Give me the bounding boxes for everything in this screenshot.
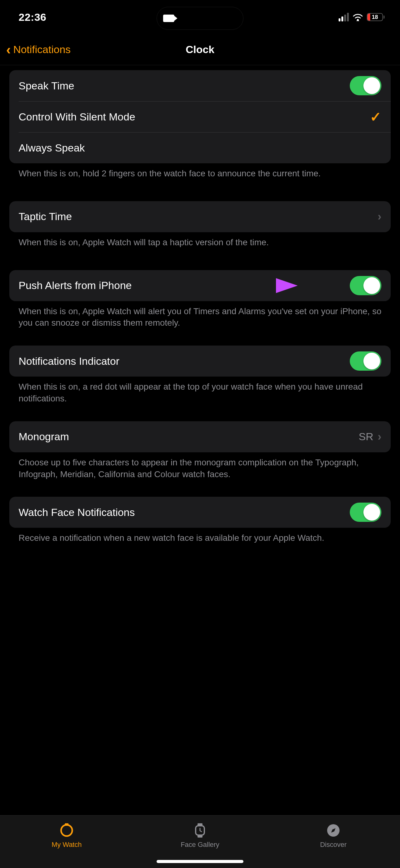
page-title: Clock	[186, 43, 214, 56]
tab-face-gallery-label: Face Gallery	[181, 841, 220, 849]
push-alerts-group: Push Alerts from iPhone	[9, 270, 391, 301]
chevron-right-icon: ›	[378, 210, 381, 223]
camera-icon	[163, 14, 174, 22]
taptic-time-group: Taptic Time ›	[9, 201, 391, 232]
control-silent-label: Control With Silent Mode	[19, 111, 370, 123]
battery-percent: 18	[372, 14, 378, 21]
cellular-signal-icon	[339, 13, 349, 22]
always-speak-row[interactable]: Always Speak	[9, 132, 391, 163]
svg-rect-2	[65, 823, 69, 826]
watch-face-notif-group: Watch Face Notifications	[9, 497, 391, 528]
push-alerts-row[interactable]: Push Alerts from iPhone	[9, 270, 391, 301]
push-alerts-footer: When this is on, Apple Watch will alert …	[9, 301, 391, 329]
tab-face-gallery[interactable]: Face Gallery	[133, 815, 267, 856]
compass-icon	[326, 823, 340, 838]
watch-face-notif-label: Watch Face Notifications	[19, 506, 350, 519]
home-indicator[interactable]	[157, 860, 243, 863]
monogram-group: Monogram SR ›	[9, 421, 391, 452]
notif-indicator-row[interactable]: Notifications Indicator	[9, 345, 391, 377]
tab-my-watch[interactable]: My Watch	[0, 815, 133, 856]
status-bar: 22:36 18	[0, 0, 400, 34]
watch-face-icon	[193, 823, 207, 838]
speak-time-footer: When this is on, hold 2 fingers on the w…	[9, 163, 391, 180]
dynamic-island[interactable]	[157, 7, 243, 30]
notif-indicator-label: Notifications Indicator	[19, 355, 350, 367]
monogram-value: SR	[359, 431, 373, 443]
speak-time-group: Speak Time Control With Silent Mode ✓ Al…	[9, 70, 391, 163]
always-speak-label: Always Speak	[19, 142, 381, 154]
nav-bar: ‹ Notifications Clock	[0, 34, 400, 65]
back-label: Notifications	[13, 43, 71, 56]
status-right: 18	[339, 13, 385, 22]
wifi-icon	[353, 13, 363, 21]
chevron-left-icon: ‹	[6, 43, 11, 57]
tab-my-watch-label: My Watch	[52, 841, 82, 849]
notif-indicator-toggle[interactable]	[350, 351, 381, 371]
notif-indicator-footer: When this is on, a red dot will appear a…	[9, 377, 391, 404]
taptic-time-footer: When this is on, Apple Watch will tap a …	[9, 232, 391, 248]
chevron-right-icon: ›	[378, 430, 381, 443]
svg-rect-4	[198, 823, 202, 826]
svg-point-0	[357, 19, 359, 21]
monogram-footer: Choose up to five characters to appear i…	[9, 452, 391, 480]
monogram-label: Monogram	[19, 431, 359, 443]
tab-discover-label: Discover	[320, 841, 347, 849]
taptic-time-row[interactable]: Taptic Time ›	[9, 201, 391, 232]
tab-discover[interactable]: Discover	[267, 815, 400, 856]
speak-time-label: Speak Time	[19, 80, 350, 92]
speak-time-row[interactable]: Speak Time	[9, 70, 391, 101]
push-alerts-toggle[interactable]	[350, 276, 381, 295]
watch-icon	[59, 823, 74, 838]
push-alerts-label: Push Alerts from iPhone	[19, 279, 350, 291]
svg-point-1	[61, 825, 72, 836]
checkmark-icon: ✓	[370, 109, 381, 125]
watch-face-notif-footer: Receive a notification when a new watch …	[9, 528, 391, 544]
battery-icon: 18	[367, 13, 385, 21]
status-time: 22:36	[19, 11, 46, 23]
back-button[interactable]: ‹ Notifications	[6, 43, 71, 57]
watch-face-notif-row[interactable]: Watch Face Notifications	[9, 497, 391, 528]
svg-rect-5	[198, 835, 202, 838]
speak-time-toggle[interactable]	[350, 76, 381, 95]
watch-face-notif-toggle[interactable]	[350, 503, 381, 522]
notif-indicator-group: Notifications Indicator	[9, 345, 391, 377]
taptic-time-label: Taptic Time	[19, 211, 378, 223]
monogram-row[interactable]: Monogram SR ›	[9, 421, 391, 452]
control-silent-row[interactable]: Control With Silent Mode ✓	[9, 101, 391, 132]
